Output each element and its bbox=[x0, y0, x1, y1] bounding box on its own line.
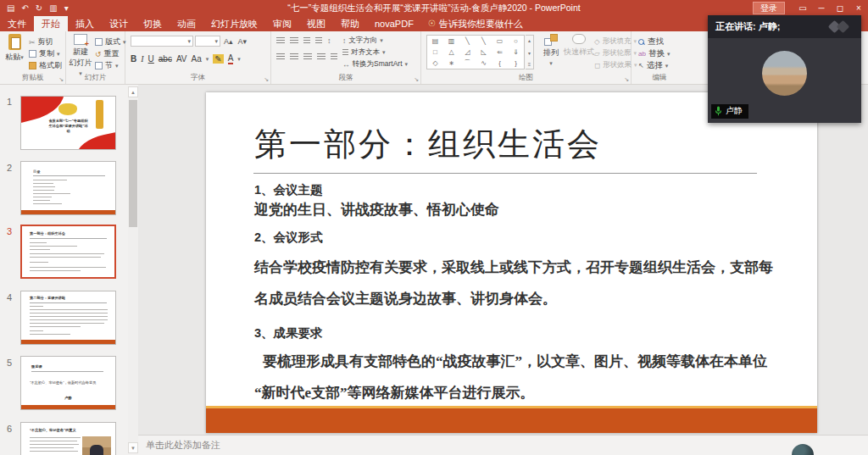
underline-button[interactable]: U bbox=[148, 54, 154, 64]
italic-button[interactable]: I bbox=[141, 54, 143, 64]
text-direction-button[interactable]: ↕文字方向▾ bbox=[342, 36, 383, 46]
align-right-icon[interactable] bbox=[303, 53, 312, 60]
align-left-icon[interactable] bbox=[276, 53, 285, 60]
section-button[interactable]: 节▾ bbox=[95, 60, 119, 71]
slide-thumbnail-3-selected[interactable]: 第一部分：组织生活会 bbox=[20, 225, 116, 279]
change-case-button[interactable]: Aa bbox=[192, 54, 202, 64]
bold-button[interactable]: B bbox=[131, 54, 136, 64]
highlight-button[interactable]: ✎ bbox=[213, 54, 223, 64]
shape-cell[interactable]: □ bbox=[427, 47, 443, 58]
line-spacing-icon[interactable]: ↕ bbox=[327, 36, 331, 45]
shape-cell[interactable]: △ bbox=[443, 47, 459, 58]
shape-cell[interactable]: } bbox=[508, 58, 524, 69]
tab-review[interactable]: 审阅 bbox=[265, 16, 299, 31]
shape-fill-button[interactable]: ◇形状填充▾ bbox=[594, 36, 637, 47]
shape-cell[interactable]: ∗ bbox=[443, 58, 459, 69]
tab-animations[interactable]: 动画 bbox=[170, 16, 203, 31]
slide-body[interactable]: 1、会议主题 迎党的生日、讲战疫故事、悟初心使命 2、会议形式 结合学校疫情防控… bbox=[254, 178, 775, 408]
justify-icon[interactable] bbox=[317, 53, 326, 60]
grow-font-button[interactable]: A▴ bbox=[222, 37, 235, 46]
restore-button[interactable]: ◻ bbox=[831, 0, 849, 16]
font-name-combo[interactable]: ▾ bbox=[131, 36, 193, 47]
layout-button[interactable]: 版式▾ bbox=[95, 36, 126, 47]
shape-cell[interactable]: ╲ bbox=[459, 36, 476, 47]
dialog-launcher-icon[interactable]: ↘ bbox=[264, 76, 269, 83]
tab-insert[interactable]: 插入 bbox=[68, 16, 102, 31]
redo-icon[interactable]: ↻ bbox=[36, 3, 42, 13]
login-button[interactable]: 登录 bbox=[753, 2, 785, 14]
dialog-launcher-icon[interactable]: ↘ bbox=[624, 76, 629, 83]
shrink-font-button[interactable]: A▾ bbox=[236, 37, 249, 46]
shape-effects-button[interactable]: ◻形状效果▾ bbox=[594, 60, 637, 70]
font-size-combo[interactable]: ▾ bbox=[195, 36, 220, 47]
character-spacing-button[interactable]: AV bbox=[176, 54, 187, 64]
shape-cell[interactable]: ▥ bbox=[443, 36, 459, 47]
notes-pane[interactable]: 单击此处添加备注 bbox=[138, 435, 868, 455]
tab-slideshow[interactable]: 幻灯片放映 bbox=[203, 16, 265, 31]
thumbnail-scrollbar[interactable]: ▲ ▼ bbox=[128, 86, 138, 453]
tab-home[interactable]: 开始 bbox=[34, 16, 68, 31]
columns-icon[interactable] bbox=[331, 53, 337, 60]
numbering-icon[interactable] bbox=[290, 37, 298, 44]
ribbon-options-icon[interactable]: ▭ bbox=[793, 0, 812, 16]
strikethrough-button[interactable]: abc bbox=[159, 54, 172, 64]
shape-cell[interactable]: ◺ bbox=[476, 47, 492, 58]
current-slide[interactable]: 第一部分：组织生活会 1、会议主题 迎党的生日、讲战疫故事、悟初心使命 2、会议… bbox=[206, 92, 817, 433]
slide-title[interactable]: 第一部分：组织生活会 bbox=[254, 123, 602, 166]
smartart-button[interactable]: ↔转换为SmartArt▾ bbox=[342, 59, 408, 69]
scroll-down-icon[interactable]: ▼ bbox=[128, 442, 138, 453]
tab-help[interactable]: 帮助 bbox=[333, 16, 367, 31]
tab-view[interactable]: 视图 bbox=[299, 16, 333, 31]
slide-thumbnail-1[interactable]: 食质支部“七一”专题组织生活会和“党课开讲啦”活动 bbox=[20, 96, 116, 150]
shape-outline-button[interactable]: ▱形状轮廓▾ bbox=[594, 48, 637, 58]
slide-thumbnail-2[interactable]: 目录 bbox=[20, 161, 116, 215]
indent-increase-icon[interactable] bbox=[315, 37, 322, 44]
shape-cell[interactable]: ╲ bbox=[476, 36, 492, 47]
select-button[interactable]: ↖选择▾ bbox=[638, 60, 668, 71]
font-color-button[interactable]: A bbox=[228, 53, 234, 64]
indent-decrease-icon[interactable] bbox=[303, 37, 310, 44]
reset-button[interactable]: ↺重置 bbox=[95, 48, 120, 59]
qat-more-icon[interactable]: ▾ bbox=[64, 3, 69, 13]
start-slideshow-icon[interactable]: ▥ bbox=[49, 3, 57, 13]
copy-button[interactable]: 复制▾ bbox=[29, 48, 60, 59]
align-text-button[interactable]: 对齐文本▾ bbox=[342, 47, 386, 58]
scroll-up-icon[interactable]: ▲ bbox=[128, 86, 138, 97]
slide-thumbnail-4[interactable]: 第二部分：党课开讲啦 bbox=[20, 291, 116, 345]
dialog-launcher-icon[interactable]: ↘ bbox=[58, 76, 64, 83]
tab-transitions[interactable]: 切换 bbox=[136, 16, 170, 31]
quick-styles-button[interactable]: 快速样式 bbox=[564, 34, 594, 58]
meeting-overlay[interactable]: 正在讲话: 卢静; 卢静 bbox=[708, 15, 861, 123]
dialog-launcher-icon[interactable]: ↘ bbox=[414, 76, 419, 83]
cut-button[interactable]: ✂剪切 bbox=[29, 36, 53, 47]
shapes-gallery-scrollbar[interactable]: ▴▾≡ bbox=[526, 35, 534, 69]
tab-file[interactable]: 文件 bbox=[0, 16, 34, 31]
shape-cell[interactable]: ⇐ bbox=[492, 47, 508, 58]
slide-thumbnail-5[interactable]: 微党课 “不忘初心、牢记使命”，做新时代合格党员 卢静 bbox=[20, 356, 116, 410]
align-center-icon[interactable] bbox=[290, 53, 298, 60]
save-icon[interactable]: ▤ bbox=[7, 3, 14, 13]
find-button[interactable]: 查找 bbox=[638, 36, 664, 47]
scrollbar-thumb[interactable] bbox=[129, 100, 137, 227]
slide-thumbnail-6[interactable]: “不忘初心、牢记使命”的意义 bbox=[20, 422, 116, 455]
shape-cell[interactable]: { bbox=[492, 58, 508, 69]
shape-cell[interactable]: ○ bbox=[508, 36, 524, 47]
minimize-button[interactable]: ─ bbox=[812, 0, 831, 16]
new-slide-button[interactable]: 新建幻灯片▾ bbox=[68, 34, 93, 77]
shape-cell[interactable]: ⌒ bbox=[459, 58, 476, 69]
tell-me-box[interactable]: ☉ 告诉我你想要做什么 bbox=[421, 16, 530, 31]
bullets-icon[interactable] bbox=[276, 37, 285, 44]
shape-cell[interactable]: ◇ bbox=[427, 58, 443, 69]
shape-cell[interactable]: ▤ bbox=[427, 36, 443, 47]
format-painter-button[interactable]: 格式刷 bbox=[29, 60, 62, 71]
shape-cell[interactable]: ▭ bbox=[492, 36, 508, 47]
tab-design[interactable]: 设计 bbox=[102, 16, 136, 31]
close-button[interactable]: × bbox=[849, 0, 868, 16]
shape-cell[interactable]: ⇓ bbox=[508, 47, 524, 58]
shape-cell[interactable]: ∿ bbox=[476, 58, 492, 69]
shape-cell[interactable]: ◿ bbox=[459, 47, 476, 58]
arrange-button[interactable]: 排列▾ bbox=[538, 34, 564, 67]
tab-novapdf[interactable]: novaPDF bbox=[367, 16, 421, 31]
replace-button[interactable]: ab替换▾ bbox=[638, 48, 670, 59]
undo-icon[interactable]: ↶ bbox=[21, 3, 28, 13]
